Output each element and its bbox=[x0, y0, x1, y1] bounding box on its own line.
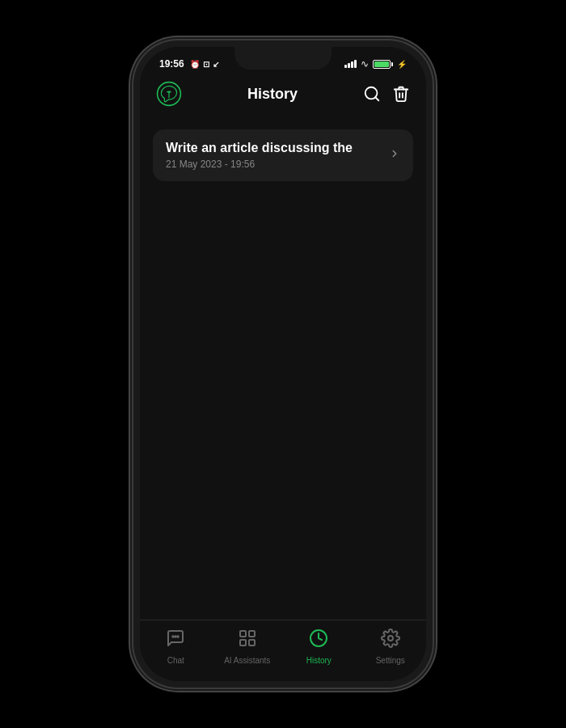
tab-settings-label: Settings bbox=[376, 656, 405, 665]
tab-history-label: History bbox=[306, 656, 332, 665]
tab-history[interactable]: History bbox=[290, 629, 347, 665]
settings-icon bbox=[381, 629, 400, 653]
tab-settings[interactable]: Settings bbox=[362, 629, 419, 665]
battery-fill bbox=[374, 61, 389, 67]
history-item-chevron bbox=[389, 148, 400, 163]
phone-frame: 19:56 ⏰ ⊡ ↙ ∿ ⚡ bbox=[133, 40, 433, 688]
bolt-icon: ⚡ bbox=[397, 60, 407, 69]
page-title: History bbox=[247, 86, 298, 103]
signal-icon bbox=[344, 60, 357, 68]
svg-point-4 bbox=[175, 636, 176, 637]
history-item-date: 21 May 2023 - 19:56 bbox=[166, 159, 381, 170]
battery-tip bbox=[391, 62, 393, 66]
history-item[interactable]: Write an article discussing the 21 May 2… bbox=[153, 129, 413, 181]
alarm-icon: ⏰ bbox=[190, 60, 200, 69]
svg-rect-6 bbox=[240, 631, 246, 637]
main-content: Write an article discussing the 21 May 2… bbox=[140, 116, 426, 620]
status-bar: 19:56 ⏰ ⊡ ↙ ∿ ⚡ bbox=[140, 47, 426, 74]
status-time: 19:56 ⏰ ⊡ ↙ bbox=[159, 58, 219, 70]
nav-header: History bbox=[140, 74, 426, 116]
status-right: ∿ ⚡ bbox=[344, 58, 407, 70]
cast-icon: ↙ bbox=[213, 60, 219, 69]
wifi-icon: ∿ bbox=[361, 58, 369, 70]
chat-icon bbox=[166, 629, 185, 653]
search-button[interactable] bbox=[363, 85, 381, 103]
svg-rect-7 bbox=[249, 631, 255, 637]
tab-ai-assistants[interactable]: AI Assistants bbox=[219, 629, 276, 665]
delete-button[interactable] bbox=[392, 85, 410, 103]
tab-chat-label: Chat bbox=[167, 656, 184, 665]
history-item-title: Write an article discussing the bbox=[166, 141, 381, 155]
app-logo bbox=[156, 81, 182, 107]
svg-line-2 bbox=[375, 97, 378, 100]
svg-rect-8 bbox=[240, 640, 246, 645]
svg-rect-9 bbox=[249, 640, 255, 645]
screen-record-icon: ⊡ bbox=[203, 60, 209, 69]
tab-chat[interactable]: Chat bbox=[147, 629, 204, 665]
phone-screen: 19:56 ⏰ ⊡ ↙ ∿ ⚡ bbox=[140, 47, 426, 681]
ai-assistants-icon bbox=[238, 629, 257, 653]
history-icon bbox=[309, 629, 328, 653]
notch bbox=[234, 47, 332, 70]
svg-point-3 bbox=[172, 636, 174, 637]
tab-ai-assistants-label: AI Assistants bbox=[224, 656, 270, 665]
svg-point-5 bbox=[177, 636, 179, 637]
nav-actions bbox=[363, 85, 410, 103]
history-item-content: Write an article discussing the 21 May 2… bbox=[166, 141, 381, 170]
battery-indicator bbox=[373, 60, 393, 69]
tab-bar: Chat AI Assistants bbox=[140, 620, 426, 681]
svg-point-11 bbox=[388, 636, 393, 641]
